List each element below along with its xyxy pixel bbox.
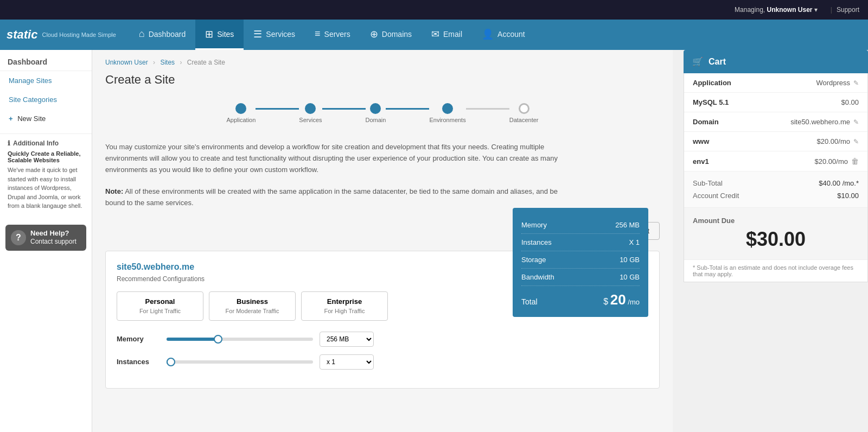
- additional-info-title: ℹ Additional Info: [8, 139, 84, 147]
- memory-fill: [167, 338, 218, 341]
- page-title: Create a Site: [105, 73, 660, 87]
- nav-email[interactable]: ✉ Email: [422, 20, 472, 50]
- nav-email-label: Email: [443, 30, 462, 39]
- instances-track[interactable]: [167, 360, 313, 364]
- steps-container: Application Services Domain: [105, 98, 660, 129]
- nav-services[interactable]: ☰ Services: [244, 20, 305, 50]
- nav-domains[interactable]: ⊕ Domains: [360, 20, 422, 50]
- services-icon: ☰: [253, 28, 262, 40]
- cart-val-env1: $20.00/mo: [815, 157, 848, 166]
- memory-track[interactable]: [167, 338, 313, 341]
- config-enterprise-sub: For High Traffic: [324, 308, 365, 314]
- breadcrumb-sep1: ›: [153, 59, 155, 66]
- config-personal-sub: For Light Traffic: [139, 308, 181, 314]
- credit-value: $10.00: [837, 192, 859, 200]
- info-circle-icon: ℹ: [8, 139, 10, 147]
- managing-label: Managing,: [735, 6, 765, 14]
- step-dot-environments: [442, 103, 453, 114]
- cart-row-www: www $20.00/mo ✎: [684, 132, 867, 151]
- cart-body: Application Wordpress ✎ MySQL 5.1 $0.00 …: [684, 73, 868, 282]
- nav-sites[interactable]: ⊞ Sites: [195, 20, 244, 50]
- credit-label: Account Credit: [693, 192, 739, 200]
- edit-application-icon[interactable]: ✎: [853, 79, 859, 87]
- edit-domain-icon[interactable]: ✎: [853, 118, 859, 126]
- instances-thumb[interactable]: [167, 358, 175, 366]
- main-content: Unknown User › Sites › Create a Site Cre…: [92, 50, 673, 432]
- delete-env1-icon[interactable]: 🗑: [851, 157, 859, 166]
- cart-note: * Sub-Total is an estimate and does not …: [684, 259, 867, 282]
- step-environments: Environments: [429, 103, 465, 123]
- due-amount: $30.00: [693, 228, 859, 251]
- step-dot-datacenter: [519, 103, 529, 114]
- cart-label-www: www: [693, 137, 709, 145]
- summary-instances-row: Instances X 1: [521, 234, 640, 251]
- breadcrumb-user[interactable]: Unknown User: [105, 59, 148, 66]
- config-enterprise-name: Enterprise: [308, 297, 381, 306]
- recommended-label: Recommended Configurations: [117, 275, 499, 283]
- topbar-user: Unknown User: [767, 6, 812, 14]
- memory-select[interactable]: 256 MB 512 MB 1 GB 2 GB: [320, 332, 374, 347]
- nav-items: ⌂ Dashboard ⊞ Sites ☰ Services ≡ Servers…: [129, 20, 861, 50]
- sidebar-item-manage-sites[interactable]: Manage Sites: [0, 71, 92, 90]
- email-icon: ✉: [431, 28, 439, 40]
- breadcrumb-sites[interactable]: Sites: [160, 59, 175, 66]
- config-personal-name: Personal: [124, 297, 196, 306]
- need-help-button[interactable]: ? Need Help? Contact support: [5, 225, 86, 251]
- nav-account[interactable]: 👤 Account: [472, 20, 535, 50]
- support-link[interactable]: Support: [837, 6, 859, 14]
- step-label-application: Application: [227, 117, 256, 123]
- memory-label: Memory: [117, 335, 160, 343]
- config-buttons: Personal For Light Traffic Business For …: [117, 291, 499, 321]
- note-text: Note: All of these environments will be …: [105, 186, 572, 209]
- summary-memory-value: 256 MB: [615, 221, 640, 229]
- steps-track: Application Services Domain: [227, 103, 539, 123]
- nav-sites-label: Sites: [217, 30, 234, 39]
- need-help-title: Need Help?: [30, 229, 76, 238]
- brand: static Cloud Hosting Made Simple: [7, 28, 116, 42]
- cart-val-domain: site50.webhero.me: [790, 118, 850, 126]
- summary-memory-label: Memory: [521, 221, 547, 229]
- sidebar-item-site-categories[interactable]: Site Categories: [0, 90, 92, 109]
- step-line-3: [386, 108, 429, 110]
- cart-value-application: Wordpress ✎: [816, 79, 859, 87]
- plus-icon: +: [9, 115, 13, 123]
- step-domain: Domain: [366, 103, 386, 123]
- nav-dashboard[interactable]: ⌂ Dashboard: [129, 20, 195, 50]
- cart-label-application: Application: [693, 79, 731, 87]
- summary-storage-label: Storage: [521, 256, 546, 264]
- total-period: /mo: [628, 298, 640, 306]
- cart-title: Cart: [709, 57, 726, 67]
- config-enterprise[interactable]: Enterprise For High Traffic: [301, 291, 388, 321]
- logo-text: static: [7, 28, 37, 42]
- breadcrumb-current: Create a Site: [187, 59, 225, 66]
- summary-memory-row: Memory 256 MB: [521, 217, 640, 234]
- need-help-text: Need Help? Contact support: [30, 229, 76, 246]
- cart-label-env1: env1: [693, 157, 709, 166]
- cart-subtotal: Sub-Total $40.00 /mo.* Account Credit $1…: [684, 171, 867, 208]
- cart-value-mysql: $0.00: [841, 98, 859, 106]
- config-personal[interactable]: Personal For Light Traffic: [117, 291, 203, 321]
- step-datacenter: Datacenter: [509, 103, 539, 123]
- config-business[interactable]: Business For Moderate Traffic: [209, 291, 296, 321]
- total-amount: 20: [610, 291, 626, 308]
- cart-icon: 🛒: [692, 56, 703, 67]
- step-dot-services: [305, 103, 316, 114]
- sites-icon: ⊞: [205, 28, 213, 40]
- cart-row-domain: Domain site50.webhero.me ✎: [684, 112, 867, 132]
- step-dot-application: [235, 103, 246, 114]
- nav-services-label: Services: [266, 30, 295, 39]
- additional-info-label: Additional Info: [13, 139, 59, 147]
- step-application: Application: [227, 103, 256, 123]
- tagline: Cloud Hosting Made Simple: [42, 31, 116, 38]
- summary-bandwidth-row: Bandwidth 10 GB: [521, 269, 640, 286]
- breadcrumb-sep2: ›: [180, 59, 182, 66]
- memory-thumb[interactable]: [214, 335, 222, 344]
- instances-select[interactable]: x 1 x 2 x 3: [320, 354, 374, 370]
- cart-label-mysql: MySQL 5.1: [693, 98, 729, 106]
- sidebar-new-site[interactable]: + New Site: [0, 109, 92, 128]
- nav-servers[interactable]: ≡ Servers: [305, 20, 360, 50]
- cart-row-mysql: MySQL 5.1 $0.00: [684, 93, 867, 112]
- edit-www-icon[interactable]: ✎: [853, 138, 859, 145]
- sidebar: Dashboard Manage Sites Site Categories +…: [0, 50, 92, 432]
- account-icon: 👤: [482, 28, 494, 40]
